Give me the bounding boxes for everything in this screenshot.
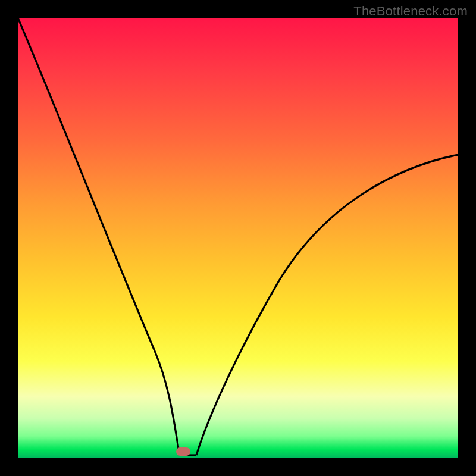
chart-frame: TheBottleneck.com <box>0 0 476 476</box>
watermark-text: TheBottleneck.com <box>353 4 468 19</box>
plot-area <box>18 18 458 458</box>
bottleneck-curve <box>18 18 458 458</box>
optimal-point-marker <box>176 447 190 456</box>
curve-right-branch <box>196 155 458 455</box>
curve-left-branch <box>18 18 180 455</box>
